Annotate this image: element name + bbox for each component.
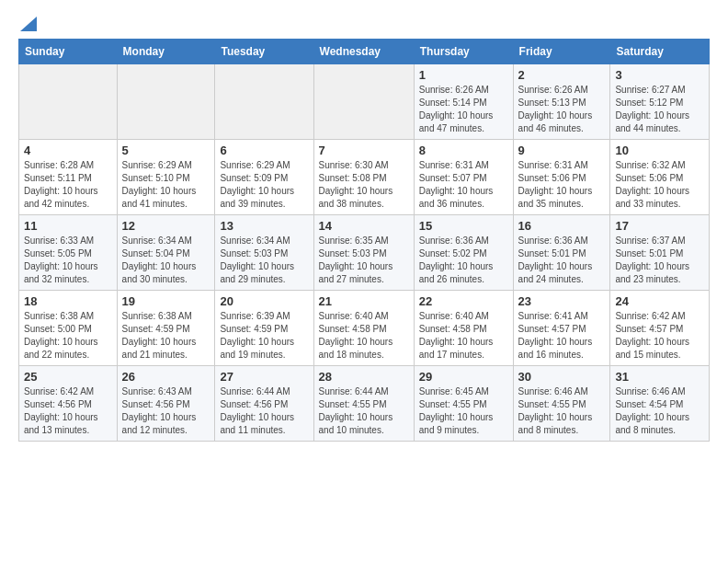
day-number: 21 [319,294,409,308]
calendar-cell: 15Sunrise: 6:36 AMSunset: 5:02 PMDayligh… [414,215,513,291]
logo-triangle-icon [20,17,37,31]
calendar-cell: 20Sunrise: 6:39 AMSunset: 4:59 PMDayligh… [215,291,313,366]
day-number: 6 [220,144,308,157]
week-row-3: 11Sunrise: 6:33 AMSunset: 5:05 PMDayligh… [19,215,710,291]
calendar-cell: 16Sunrise: 6:36 AMSunset: 5:01 PMDayligh… [513,215,610,291]
weekday-header-wednesday: Wednesday [313,40,414,64]
calendar-cell: 4Sunrise: 6:28 AMSunset: 5:11 PMDaylight… [19,140,118,215]
day-number: 30 [518,370,606,384]
day-number: 15 [419,219,508,233]
day-number: 8 [419,144,508,157]
calendar-cell: 10Sunrise: 6:32 AMSunset: 5:06 PMDayligh… [610,140,710,215]
calendar-cell [117,64,215,140]
day-number: 22 [419,294,508,308]
calendar-cell: 24Sunrise: 6:42 AMSunset: 4:57 PMDayligh… [610,291,710,366]
calendar-cell: 8Sunrise: 6:31 AMSunset: 5:07 PMDaylight… [414,140,513,215]
day-number: 2 [518,68,606,82]
day-number: 14 [319,219,409,233]
day-info: Sunrise: 6:38 AMSunset: 4:59 PMDaylight:… [122,310,210,362]
header [18,15,710,31]
calendar-cell: 17Sunrise: 6:37 AMSunset: 5:01 PMDayligh… [610,215,710,291]
calendar-cell: 9Sunrise: 6:31 AMSunset: 5:06 PMDaylight… [513,140,610,215]
day-info: Sunrise: 6:32 AMSunset: 5:06 PMDaylight:… [615,159,704,211]
day-info: Sunrise: 6:39 AMSunset: 4:59 PMDaylight:… [220,310,308,362]
day-number: 11 [24,219,112,233]
day-info: Sunrise: 6:38 AMSunset: 5:00 PMDaylight:… [24,310,112,362]
calendar-table: SundayMondayTuesdayWednesdayThursdayFrid… [18,39,710,442]
calendar-cell [313,64,414,140]
day-info: Sunrise: 6:34 AMSunset: 5:04 PMDaylight:… [122,235,210,286]
week-row-5: 25Sunrise: 6:42 AMSunset: 4:56 PMDayligh… [19,366,710,442]
day-number: 1 [419,68,508,82]
week-row-2: 4Sunrise: 6:28 AMSunset: 5:11 PMDaylight… [19,140,710,215]
day-info: Sunrise: 6:31 AMSunset: 5:07 PMDaylight:… [419,159,508,211]
svg-marker-0 [20,17,37,31]
calendar-cell: 5Sunrise: 6:29 AMSunset: 5:10 PMDaylight… [117,140,215,215]
calendar-cell: 11Sunrise: 6:33 AMSunset: 5:05 PMDayligh… [19,215,118,291]
weekday-header-tuesday: Tuesday [215,40,313,64]
day-info: Sunrise: 6:33 AMSunset: 5:05 PMDaylight:… [24,235,112,286]
day-number: 13 [220,219,308,233]
calendar-cell: 25Sunrise: 6:42 AMSunset: 4:56 PMDayligh… [19,366,118,442]
day-number: 3 [615,68,704,82]
calendar-cell: 14Sunrise: 6:35 AMSunset: 5:03 PMDayligh… [313,215,414,291]
weekday-header-monday: Monday [117,40,215,64]
day-info: Sunrise: 6:29 AMSunset: 5:09 PMDaylight:… [220,159,308,211]
weekday-header-saturday: Saturday [610,40,710,64]
weekday-header-thursday: Thursday [414,40,513,64]
day-number: 28 [319,370,409,384]
day-number: 17 [615,219,704,233]
calendar-cell: 30Sunrise: 6:46 AMSunset: 4:55 PMDayligh… [513,366,610,442]
day-info: Sunrise: 6:34 AMSunset: 5:03 PMDaylight:… [220,235,308,286]
day-info: Sunrise: 6:36 AMSunset: 5:01 PMDaylight:… [518,235,606,286]
day-info: Sunrise: 6:44 AMSunset: 4:56 PMDaylight:… [220,385,308,437]
day-info: Sunrise: 6:37 AMSunset: 5:01 PMDaylight:… [615,235,704,286]
day-info: Sunrise: 6:41 AMSunset: 4:57 PMDaylight:… [518,310,606,362]
calendar-cell: 23Sunrise: 6:41 AMSunset: 4:57 PMDayligh… [513,291,610,366]
week-row-4: 18Sunrise: 6:38 AMSunset: 5:00 PMDayligh… [19,291,710,366]
calendar-cell: 26Sunrise: 6:43 AMSunset: 4:56 PMDayligh… [117,366,215,442]
logo [18,15,37,31]
calendar-cell: 7Sunrise: 6:30 AMSunset: 5:08 PMDaylight… [313,140,414,215]
day-number: 27 [220,370,308,384]
calendar-cell: 19Sunrise: 6:38 AMSunset: 4:59 PMDayligh… [117,291,215,366]
calendar-cell: 27Sunrise: 6:44 AMSunset: 4:56 PMDayligh… [215,366,313,442]
day-info: Sunrise: 6:29 AMSunset: 5:10 PMDaylight:… [122,159,210,211]
calendar-cell: 21Sunrise: 6:40 AMSunset: 4:58 PMDayligh… [313,291,414,366]
day-info: Sunrise: 6:35 AMSunset: 5:03 PMDaylight:… [319,235,409,286]
day-number: 24 [615,294,704,308]
day-number: 23 [518,294,606,308]
day-number: 25 [24,370,112,384]
day-info: Sunrise: 6:42 AMSunset: 4:57 PMDaylight:… [615,310,704,362]
calendar-cell: 18Sunrise: 6:38 AMSunset: 5:00 PMDayligh… [19,291,118,366]
day-info: Sunrise: 6:46 AMSunset: 4:54 PMDaylight:… [615,385,704,437]
day-info: Sunrise: 6:26 AMSunset: 5:14 PMDaylight:… [419,84,508,135]
calendar-cell: 3Sunrise: 6:27 AMSunset: 5:12 PMDaylight… [610,64,710,140]
calendar-cell: 2Sunrise: 6:26 AMSunset: 5:13 PMDaylight… [513,64,610,140]
day-number: 7 [319,144,409,157]
day-info: Sunrise: 6:43 AMSunset: 4:56 PMDaylight:… [122,385,210,437]
day-info: Sunrise: 6:46 AMSunset: 4:55 PMDaylight:… [518,385,606,437]
day-info: Sunrise: 6:31 AMSunset: 5:06 PMDaylight:… [518,159,606,211]
day-info: Sunrise: 6:36 AMSunset: 5:02 PMDaylight:… [419,235,508,286]
calendar-cell: 22Sunrise: 6:40 AMSunset: 4:58 PMDayligh… [414,291,513,366]
calendar-cell [19,64,118,140]
day-info: Sunrise: 6:30 AMSunset: 5:08 PMDaylight:… [319,159,409,211]
day-info: Sunrise: 6:42 AMSunset: 4:56 PMDaylight:… [24,385,112,437]
calendar-cell: 13Sunrise: 6:34 AMSunset: 5:03 PMDayligh… [215,215,313,291]
day-number: 5 [122,144,210,157]
calendar-cell: 31Sunrise: 6:46 AMSunset: 4:54 PMDayligh… [610,366,710,442]
day-number: 20 [220,294,308,308]
weekday-header-friday: Friday [513,40,610,64]
weekday-header-sunday: Sunday [19,40,118,64]
day-number: 19 [122,294,210,308]
day-number: 4 [24,144,112,157]
day-info: Sunrise: 6:40 AMSunset: 4:58 PMDaylight:… [419,310,508,362]
day-number: 31 [615,370,704,384]
day-info: Sunrise: 6:44 AMSunset: 4:55 PMDaylight:… [319,385,409,437]
day-info: Sunrise: 6:27 AMSunset: 5:12 PMDaylight:… [615,84,704,135]
day-number: 29 [419,370,508,384]
calendar-cell: 29Sunrise: 6:45 AMSunset: 4:55 PMDayligh… [414,366,513,442]
calendar-cell: 1Sunrise: 6:26 AMSunset: 5:14 PMDaylight… [414,64,513,140]
day-number: 18 [24,294,112,308]
